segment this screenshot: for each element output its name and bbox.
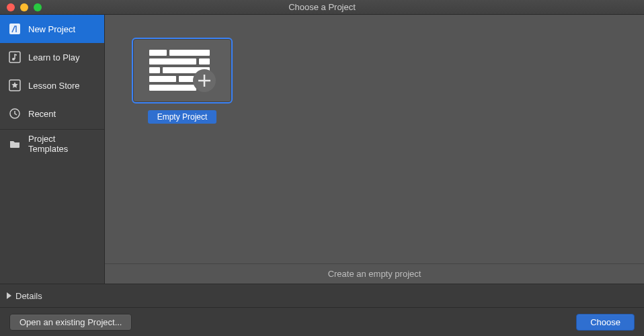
window-controls: [0, 3, 42, 11]
note-icon: [8, 50, 22, 64]
open-existing-project-button[interactable]: Open an existing Project...: [9, 314, 132, 331]
svg-rect-13: [149, 85, 196, 91]
content-area: Empty Project Create an empty project: [105, 15, 644, 284]
svg-rect-9: [149, 67, 160, 73]
svg-rect-8: [199, 58, 210, 65]
template-empty-project[interactable]: Empty Project: [132, 38, 233, 124]
zoom-window-button[interactable]: [34, 3, 42, 11]
svg-rect-5: [149, 50, 167, 56]
sidebar-item-recent[interactable]: Recent: [0, 99, 104, 128]
template-thumbnail: [132, 38, 233, 103]
svg-rect-0: [9, 24, 20, 34]
template-grid: Empty Project: [105, 15, 644, 263]
svg-rect-7: [149, 58, 196, 65]
svg-rect-11: [149, 76, 176, 82]
sidebar-item-project-templates[interactable]: Project Templates: [0, 130, 104, 158]
template-label: Empty Project: [148, 110, 217, 124]
body: New Project Learn to Play Lesson Store R…: [0, 15, 644, 284]
template-description: Create an empty project: [105, 263, 644, 284]
project-chooser-window: Choose a Project New Project Learn to Pl…: [0, 0, 644, 336]
bottom-bar: Open an existing Project... Choose: [0, 308, 644, 336]
details-disclosure[interactable]: Details: [0, 284, 644, 308]
sidebar: New Project Learn to Play Lesson Store R…: [0, 15, 105, 284]
sidebar-item-label: New Project: [28, 24, 75, 34]
sidebar-item-label: Project Templates: [28, 134, 96, 154]
sidebar-item-lesson-store[interactable]: Lesson Store: [0, 71, 104, 99]
titlebar: Choose a Project: [0, 0, 644, 15]
folder-icon: [8, 137, 22, 151]
sidebar-item-label: Recent: [28, 109, 56, 119]
empty-project-icon: [145, 47, 219, 94]
minimize-window-button[interactable]: [20, 3, 28, 11]
disclosure-triangle-icon: [7, 292, 11, 299]
sidebar-item-label: Lesson Store: [28, 81, 80, 91]
clock-icon: [8, 107, 22, 120]
guitar-icon: [8, 22, 22, 36]
sidebar-item-new-project[interactable]: New Project: [0, 15, 104, 43]
star-icon: [8, 79, 22, 92]
details-label: Details: [15, 291, 42, 301]
choose-button[interactable]: Choose: [576, 314, 635, 331]
window-title: Choose a Project: [0, 2, 644, 12]
close-window-button[interactable]: [7, 3, 15, 11]
sidebar-item-learn-to-play[interactable]: Learn to Play: [0, 43, 104, 71]
sidebar-item-label: Learn to Play: [28, 52, 80, 62]
svg-rect-6: [169, 50, 210, 56]
